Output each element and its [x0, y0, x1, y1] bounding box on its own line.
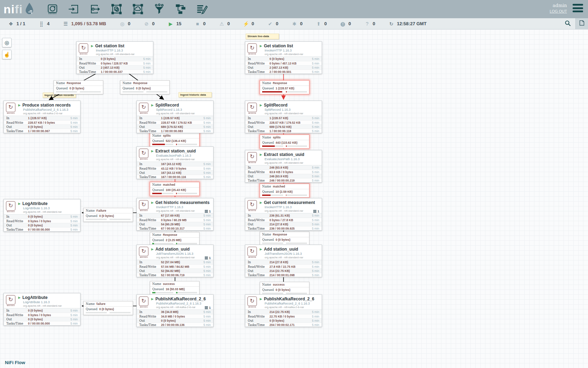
running-state-icon: ▶: [91, 44, 93, 48]
processor-publishkafkarecord-2-6-12[interactable]: ↻ ▶ PublishKafkaRecord_2_6 PublishKafkaR…: [136, 294, 214, 327]
processor-bundle: org.apache.nifi - nifi-standard-nar: [96, 53, 134, 56]
processor-name: Add station_uuid: [264, 247, 298, 252]
processor-add-station-uuid-11[interactable]: ↻ ▶ Add station_uuid JoltTransformJSON 1…: [245, 245, 322, 277]
processor-produce-station-records-2[interactable]: ↻ ▶ Produce station records PublishKafka…: [4, 101, 80, 133]
processor-name: LogAttribute: [22, 201, 48, 206]
connection-success-10[interactable]: Namesuccess Queued0 (0 bytes): [260, 282, 309, 296]
connection-failure-11[interactable]: NameFailure Queued0 (0 bytes): [83, 208, 133, 222]
processor-type-icon: ↻: [6, 295, 15, 305]
processor-bundle: org.apache.nifi - nifi-standard-nar: [23, 304, 62, 307]
not-transmitting-icon: ⊘: [144, 21, 150, 27]
processor-type-icon: ↻: [247, 103, 257, 112]
new-canvas-panel-button[interactable]: [575, 18, 588, 29]
connection-response-7[interactable]: NameResponse Queued2 (3.25 MB): [150, 232, 200, 246]
processor-stats: In214 (27.8 KB)5 min Read/Write27.8 KB /…: [245, 260, 322, 277]
connection-matched-6[interactable]: Namematched Queued10 (2.59 KB): [260, 184, 309, 198]
processor-stats: In36 (34.8 MB)5 min Read/Write34.8 MB / …: [137, 309, 213, 327]
running-state-icon: ▶: [151, 149, 154, 153]
object-threshold-bar: [152, 292, 173, 293]
nifi-logo[interactable]: nifi: [4, 2, 35, 16]
processor-get-station-list-0[interactable]: ↻ ▶ Get station list InvokeHTTP 1.16.3 o…: [76, 41, 153, 74]
processor-type: PublishKafkaRecord_2_6 1.16.3: [265, 302, 314, 305]
processor-extract-station-uuid-5[interactable]: ↻ ▶ Extract station_uuid EvaluateJsonPat…: [136, 146, 214, 179]
processor-stats: In0 (0 bytes)5 min Read/Write0 bytes / 0…: [4, 214, 80, 231]
processor-component-button[interactable]: [47, 3, 58, 15]
processor-type-icon: ↻: [247, 43, 257, 53]
queue-backpressure-bars: [260, 145, 309, 148]
processor-type-icon: ↻: [139, 103, 148, 112]
processor-logattribute-7[interactable]: ↻ ▶ LogAttribute LogAttribute 1.16.3 org…: [4, 199, 80, 232]
output-port-component-button[interactable]: [89, 3, 101, 15]
breadcrumb[interactable]: NiFi Flow: [5, 360, 25, 365]
active-threads-badge: 1: [205, 256, 211, 260]
connection-response-0[interactable]: NameResponse Queued0 (0 bytes): [54, 80, 103, 94]
birdseye-button[interactable]: ◎: [2, 38, 12, 47]
processor-splitrecord-3[interactable]: ↻ ▶ SplitRecord SplitRecord 1.16.3 org.a…: [136, 101, 214, 133]
connection-splits-4[interactable]: Namesplits Queued443 (115.62 KB): [260, 135, 309, 149]
processor-type: LogAttribute 1.16.3: [23, 300, 62, 304]
processor-bundle: org.apache.nifi - nifi-kafka-2-6-nar: [23, 112, 71, 115]
processor-name: Get historic measurements: [155, 200, 210, 205]
logout-link[interactable]: LOG OUT: [550, 9, 567, 13]
processor-type-icon: ↻: [139, 297, 148, 306]
refresh-icon: ↻: [388, 21, 394, 27]
connection-success-9[interactable]: Namesuccess Queued16 (50.03 MB): [150, 281, 200, 295]
processor-stats: In236 (61.31 KB)5 min Read/Write0 bytes …: [245, 213, 322, 230]
processor-type-icon: ↻: [6, 103, 15, 112]
connection-splits-3[interactable]: Namesplits Queued522 (136.4 KB): [150, 133, 200, 147]
status-item-sync-failure: ? 0: [364, 21, 375, 27]
processor-get-historic-measurements-8[interactable]: ↻ ▶ Get historic measurements InvokeHTTP…: [136, 198, 214, 231]
active-threads-badge: 1: [205, 306, 211, 309]
process-group-component-button[interactable]: [111, 3, 122, 15]
queue-backpressure-bars: [150, 143, 199, 146]
processor-add-station-uuid-10[interactable]: ↻ ▶ Add station_uuid JoltTransformJSON 1…: [136, 245, 214, 277]
queue-backpressure-bars: [260, 194, 309, 197]
status-refresh[interactable]: ↻ 12:58:27 GMT: [388, 21, 427, 27]
processor-logattribute-14[interactable]: ↻ ▶ LogAttribute LogAttribute 1.16.3 org…: [4, 293, 80, 326]
object-threshold-bar: [262, 145, 283, 147]
connection-failure-12[interactable]: Namefailure Queued0 (0 bytes): [83, 301, 133, 315]
transmitting-icon: ◎: [119, 21, 125, 27]
processor-type: EvaluateJsonPath 1.16.3: [156, 154, 196, 157]
connection-matched-5[interactable]: Namematched Queued100 (25.43 KB): [150, 182, 200, 196]
processor-stats: In1 (228.57 KB)5 min Read/Write228.57 KB…: [245, 116, 322, 133]
cluster-icon: ❖: [8, 21, 14, 27]
processor-type-icon: ↻: [139, 200, 148, 210]
processor-get-current-measurement-9[interactable]: ↻ ▶ Get current measurement InvokeHTTP 1…: [245, 198, 322, 231]
input-port-component-button[interactable]: [68, 3, 80, 15]
flow-canvas[interactable]: ◎ ☝ Stream live-data Ingest station reco…: [0, 29, 588, 368]
object-threshold-bar: [122, 91, 144, 93]
processor-extract-station-uuid-6[interactable]: ↻ ▶ Extract station_uuid EvaluateJsonPat…: [245, 150, 322, 183]
processor-stats: In67 (17.69 KB)5 min Read/Write0 bytes /…: [137, 213, 213, 230]
funnel-component-button[interactable]: [153, 3, 165, 15]
processor-stats: In246 (63.9 KB)5 min Read/Write63.9 KB /…: [245, 165, 322, 182]
status-item-cluster: ❖ 1 / 1: [8, 21, 25, 27]
processor-name: Add station_uuid: [155, 247, 190, 252]
processor-splitrecord-4[interactable]: ↻ ▶ SplitRecord SplitRecord 1.16.3 org.a…: [245, 101, 322, 133]
processor-stats: In214 (22.75 KB)5 min Read/Write22.75 KB…: [245, 309, 322, 327]
label-component-button[interactable]: [196, 3, 208, 15]
processor-type-icon: ↻: [247, 152, 257, 162]
status-item-queued: ☰ 1,095 / 53.78 MB: [63, 21, 106, 27]
size-threshold-bar: [286, 195, 307, 196]
processor-name: SplitRecord: [155, 103, 179, 108]
running-state-icon: ▶: [260, 201, 262, 204]
processor-bundle: org.apache.nifi - nifi-standard-nar: [265, 161, 304, 164]
size-threshold-bar: [286, 145, 307, 147]
connection-response-1[interactable]: NameResponse Queued0 (0 bytes): [120, 80, 170, 94]
connection-response-2[interactable]: NameResponse Queued1 (228.57 KB): [260, 80, 309, 94]
template-component-button[interactable]: [175, 3, 187, 15]
processor-name: PublishKafkaRecord_2_6: [155, 297, 206, 301]
processor-publishkafkarecord-2-6-13[interactable]: ↻ ▶ PublishKafkaRecord_2_6 PublishKafkaR…: [245, 294, 322, 327]
search-button[interactable]: [560, 18, 575, 29]
stopped-icon: ■: [194, 21, 201, 27]
processor-stats: In52 (57.04 MB)5 min Read/Write57.04 MB …: [137, 260, 213, 277]
connection-response-8[interactable]: NameResponse Queued0 (0 bytes): [260, 232, 309, 246]
remote-process-group-component-button[interactable]: [132, 3, 144, 15]
status-item-stale: ⬆ 0: [315, 21, 327, 27]
active-threads-icon: [313, 210, 316, 213]
hand-select-button[interactable]: ☝: [2, 50, 12, 59]
global-menu-icon[interactable]: [573, 4, 583, 12]
processor-get-station-list-1[interactable]: ↻ ▶ Get station list InvokeHTTP 1.16.3 o…: [245, 41, 322, 74]
object-threshold-bar: [152, 243, 173, 244]
